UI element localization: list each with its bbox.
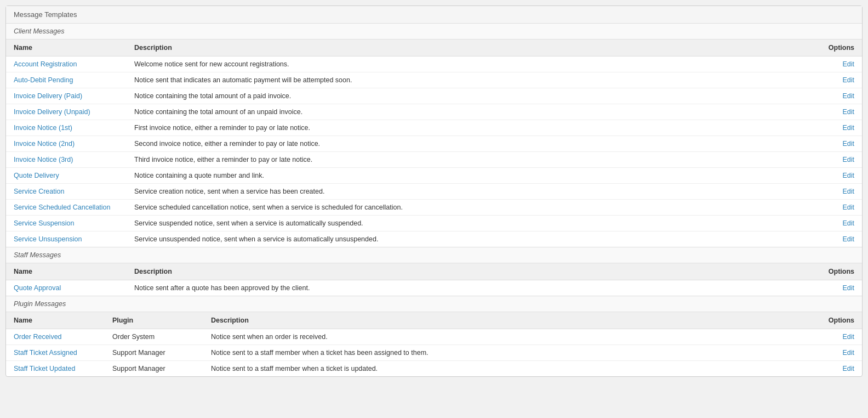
client-table-header-row: Name Description Options — [6, 39, 862, 57]
client-row-name-cell: Service Scheduled Cancellation — [6, 200, 127, 216]
plugin-table-row: Staff Ticket Assigned Support Manager No… — [6, 345, 862, 361]
plugin-col-plugin: Plugin — [105, 312, 203, 329]
plugin-messages-table: Name Plugin Description Options Order Re… — [6, 312, 862, 376]
page-title: Message Templates — [6, 6, 862, 24]
plugin-row-name-cell: Order Received — [6, 329, 105, 345]
staff-col-description: Description — [127, 263, 821, 280]
client-row-name-cell: Invoice Notice (3rd) — [6, 152, 127, 168]
client-row-name-link[interactable]: Invoice Delivery (Unpaid) — [14, 108, 90, 116]
client-row-edit-link[interactable]: Edit — [842, 219, 854, 227]
client-table-row: Invoice Notice (1st) First invoice notic… — [6, 120, 862, 136]
client-row-name-link[interactable]: Invoice Notice (2nd) — [14, 140, 75, 148]
client-row-edit-link[interactable]: Edit — [842, 188, 854, 195]
client-row-name-cell: Invoice Notice (1st) — [6, 120, 127, 136]
client-row-edit-link[interactable]: Edit — [842, 76, 854, 84]
plugin-table-row: Staff Ticket Updated Support Manager Not… — [6, 361, 862, 377]
client-row-options-cell: Edit — [821, 231, 862, 247]
plugin-row-name-link[interactable]: Staff Ticket Updated — [14, 365, 75, 372]
plugin-row-edit-link[interactable]: Edit — [842, 365, 854, 372]
client-table-row: Service Unsuspension Service unsuspended… — [6, 231, 862, 247]
client-col-description: Description — [127, 39, 821, 57]
client-row-edit-link[interactable]: Edit — [842, 204, 854, 211]
plugin-row-description-cell: Notice sent to a staff member when a tic… — [203, 361, 821, 377]
client-table-row: Account Registration Welcome notice sent… — [6, 57, 862, 72]
client-table-row: Service Suspension Service suspended not… — [6, 216, 862, 231]
plugin-col-description: Description — [203, 312, 821, 329]
client-row-name-cell: Quote Delivery — [6, 168, 127, 184]
client-row-edit-link[interactable]: Edit — [842, 156, 854, 163]
staff-row-description-cell: Notice sent after a quote has been appro… — [127, 280, 821, 296]
client-row-description-cell: Notice containing a quote number and lin… — [127, 168, 821, 184]
client-row-name-link[interactable]: Invoice Delivery (Paid) — [14, 92, 82, 100]
client-row-edit-link[interactable]: Edit — [842, 92, 854, 100]
staff-table-row: Quote Approval Notice sent after a quote… — [6, 280, 862, 296]
client-row-name-cell: Account Registration — [6, 57, 127, 72]
client-table-row: Invoice Notice (3rd) Third invoice notic… — [6, 152, 862, 168]
plugin-row-name-link[interactable]: Staff Ticket Assigned — [14, 349, 77, 357]
client-row-description-cell: Notice sent that indicates an automatic … — [127, 72, 821, 88]
client-row-name-cell: Service Unsuspension — [6, 231, 127, 247]
client-row-name-link[interactable]: Quote Delivery — [14, 172, 59, 179]
client-row-edit-link[interactable]: Edit — [842, 172, 854, 179]
client-row-description-cell: Notice containing the total amount of a … — [127, 88, 821, 104]
client-row-description-cell: Service scheduled cancellation notice, s… — [127, 200, 821, 216]
client-row-options-cell: Edit — [821, 104, 862, 120]
client-row-options-cell: Edit — [821, 88, 862, 104]
client-row-description-cell: First invoice notice, either a reminder … — [127, 120, 821, 136]
plugin-row-name-link[interactable]: Order Received — [14, 333, 62, 341]
staff-table-header-row: Name Description Options — [6, 263, 862, 280]
plugin-row-options-cell: Edit — [821, 345, 862, 361]
plugin-row-description-cell: Notice sent to a staff member when a tic… — [203, 345, 821, 361]
plugin-row-plugin-cell: Support Manager — [105, 345, 203, 361]
plugin-row-description-cell: Notice sent when an order is received. — [203, 329, 821, 345]
client-row-edit-link[interactable]: Edit — [842, 108, 854, 116]
staff-col-options: Options — [821, 263, 862, 280]
staff-col-name: Name — [6, 263, 127, 280]
client-row-description-cell: Third invoice notice, either a reminder … — [127, 152, 821, 168]
plugin-table-header-row: Name Plugin Description Options — [6, 312, 862, 329]
plugin-row-plugin-cell: Support Manager — [105, 361, 203, 377]
main-panel: Message Templates Client Messages Name D… — [5, 5, 863, 377]
client-row-name-cell: Invoice Delivery (Unpaid) — [6, 104, 127, 120]
staff-row-name-link[interactable]: Quote Approval — [14, 284, 61, 292]
client-messages-section-header: Client Messages — [6, 24, 862, 39]
client-row-edit-link[interactable]: Edit — [842, 60, 854, 68]
plugin-row-name-cell: Staff Ticket Updated — [6, 361, 105, 377]
client-row-options-cell: Edit — [821, 57, 862, 72]
client-col-name: Name — [6, 39, 127, 57]
client-row-name-link[interactable]: Service Scheduled Cancellation — [14, 204, 111, 211]
client-row-name-link[interactable]: Service Unsuspension — [14, 235, 82, 243]
client-col-options: Options — [821, 39, 862, 57]
staff-messages-table: Name Description Options Quote Approval … — [6, 263, 862, 296]
client-table-row: Invoice Delivery (Unpaid) Notice contain… — [6, 104, 862, 120]
client-row-name-cell: Invoice Delivery (Paid) — [6, 88, 127, 104]
client-row-name-link[interactable]: Invoice Notice (1st) — [14, 124, 72, 132]
plugin-row-edit-link[interactable]: Edit — [842, 349, 854, 357]
client-row-name-link[interactable]: Account Registration — [14, 60, 77, 68]
client-row-description-cell: Notice containing the total amount of an… — [127, 104, 821, 120]
client-table-row: Quote Delivery Notice containing a quote… — [6, 168, 862, 184]
plugin-row-plugin-cell: Order System — [105, 329, 203, 345]
plugin-messages-section-header: Plugin Messages — [6, 296, 862, 312]
client-row-options-cell: Edit — [821, 152, 862, 168]
staff-row-edit-link[interactable]: Edit — [842, 284, 854, 292]
client-table-row: Service Creation Service creation notice… — [6, 184, 862, 200]
client-row-edit-link[interactable]: Edit — [842, 124, 854, 132]
client-row-name-link[interactable]: Service Creation — [14, 188, 64, 195]
client-row-name-link[interactable]: Auto-Debit Pending — [14, 76, 73, 84]
client-row-name-link[interactable]: Service Suspension — [14, 219, 74, 227]
client-row-options-cell: Edit — [821, 120, 862, 136]
plugin-row-options-cell: Edit — [821, 361, 862, 377]
plugin-row-edit-link[interactable]: Edit — [842, 333, 854, 341]
client-table-row: Invoice Notice (2nd) Second invoice noti… — [6, 136, 862, 152]
page-wrapper: Message Templates Client Messages Name D… — [0, 0, 868, 382]
client-row-name-cell: Auto-Debit Pending — [6, 72, 127, 88]
client-row-edit-link[interactable]: Edit — [842, 140, 854, 148]
client-row-name-link[interactable]: Invoice Notice (3rd) — [14, 156, 73, 163]
client-row-name-cell: Service Suspension — [6, 216, 127, 231]
client-row-edit-link[interactable]: Edit — [842, 235, 854, 243]
client-table-row: Invoice Delivery (Paid) Notice containin… — [6, 88, 862, 104]
client-row-options-cell: Edit — [821, 136, 862, 152]
client-table-row: Service Scheduled Cancellation Service s… — [6, 200, 862, 216]
client-messages-table: Name Description Options Account Registr… — [6, 39, 862, 247]
